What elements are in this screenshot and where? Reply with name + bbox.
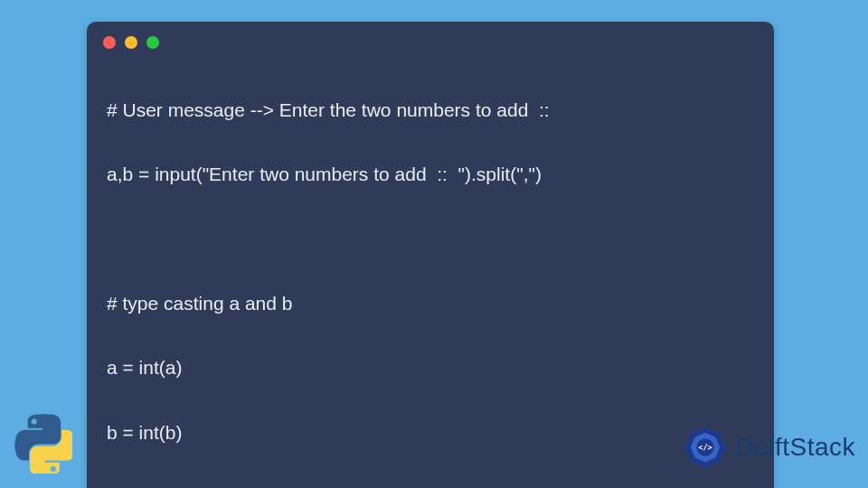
brand-name: DelftStack — [735, 433, 855, 462]
delftstack-logo-icon: </> — [681, 423, 730, 472]
svg-point-5 — [718, 432, 721, 435]
svg-point-6 — [723, 446, 726, 448]
svg-text:</>: </> — [699, 443, 713, 452]
code-line-blank — [107, 222, 754, 255]
code-line: # type casting a and b — [107, 287, 754, 320]
svg-point-4 — [704, 427, 707, 429]
code-line: a = int(a) — [107, 352, 754, 384]
minimize-dot-icon — [125, 36, 137, 49]
code-line-blank — [107, 481, 754, 488]
code-line: # User message --> Enter the two numbers… — [107, 94, 754, 127]
svg-point-11 — [691, 432, 693, 435]
svg-point-9 — [691, 460, 693, 463]
code-block: # User message --> Enter the two numbers… — [87, 56, 774, 488]
code-line: a,b = input("Enter two numbers to add ::… — [107, 158, 754, 191]
close-dot-icon — [103, 36, 116, 49]
svg-point-10 — [684, 446, 687, 448]
code-line: b = int(b) — [107, 417, 754, 449]
maximize-dot-icon — [146, 36, 159, 49]
window-controls — [87, 22, 774, 56]
svg-point-7 — [718, 460, 721, 463]
code-window: # User message --> Enter the two numbers… — [87, 22, 774, 488]
brand-block: </> DelftStack — [681, 423, 855, 472]
python-logo-icon — [13, 414, 72, 474]
svg-point-8 — [704, 465, 707, 468]
